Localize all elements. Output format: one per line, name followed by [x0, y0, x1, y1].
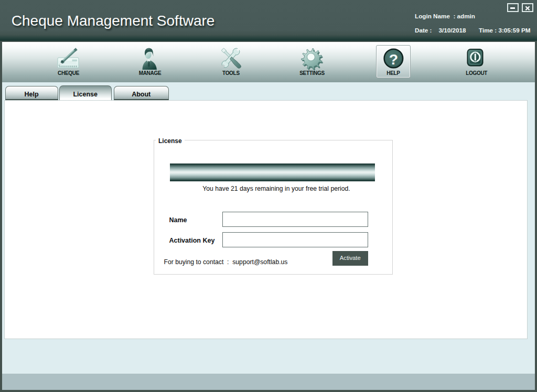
svg-text:?: ?: [389, 51, 398, 68]
